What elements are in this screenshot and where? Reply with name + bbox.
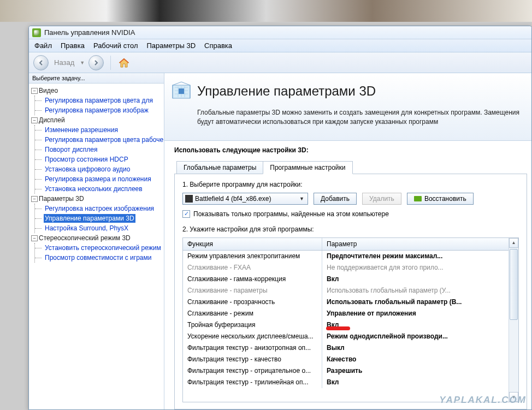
tree-resolution[interactable]: Изменение разрешения <box>44 126 119 134</box>
tree-stereo[interactable]: Стереоскопический режим 3D <box>39 233 131 243</box>
table-row[interactable]: Режим управления электропитаниемПредпочт… <box>183 251 509 262</box>
checkbox-label: Показывать только программы, найденные н… <box>193 210 389 218</box>
main-panel: Управление параметрами 3D Глобальные пар… <box>164 73 531 409</box>
table-row[interactable]: Фильтрация текстур - трилинейная оп...Вк… <box>183 377 509 388</box>
toolbar: Назад ▼ <box>29 52 531 73</box>
cell-function: Режим управления электропитанием <box>183 251 322 262</box>
chevron-down-icon: ▼ <box>298 196 305 201</box>
cell-parameter: Использовать глобальный параметр (В... <box>322 296 509 308</box>
tree-size-pos[interactable]: Регулировка размера и положения <box>44 175 152 183</box>
tree-rotate[interactable]: Поворот дисплея <box>44 145 99 154</box>
cell-function: Фильтрация текстур - отрицательное о... <box>183 365 322 377</box>
content-row: Выберите задачу... −Видео Регулировка па… <box>29 73 531 409</box>
tree-video-image[interactable]: Регулировка параметров изображ <box>44 106 150 115</box>
collapse-icon[interactable]: − <box>31 196 38 202</box>
back-button[interactable] <box>33 55 49 70</box>
cell-parameter: Выкл <box>322 342 509 354</box>
back-dropdown-icon[interactable]: ▼ <box>80 60 85 66</box>
nvidia-chip-icon <box>414 196 422 201</box>
tree-surround-physx[interactable]: Настройка Surround, PhysX <box>44 224 129 233</box>
remove-button: Удалить <box>362 193 401 205</box>
tabs: Глобальные параметры Программные настрой… <box>176 161 527 174</box>
table-row[interactable]: Фильтрация текстур - анизотропная оп...В… <box>183 342 509 354</box>
tree-hdcp[interactable]: Просмотр состояния HDCP <box>44 155 129 164</box>
table-row[interactable]: Фильтрация текстур - качествоКачество <box>183 354 509 365</box>
tree-audio[interactable]: Установка цифрового аудио <box>44 165 131 174</box>
table-row[interactable]: Сглаживание - гамма-коррекцияВкл <box>183 274 509 285</box>
cell-function: Сглаживание - прозрачность <box>183 296 322 308</box>
bf4-icon <box>185 195 193 203</box>
step2-label: 2. Укажите настройки для этой программы: <box>182 225 519 233</box>
collapse-icon[interactable]: − <box>31 235 38 241</box>
table-row[interactable]: Сглаживание - FXAAНе поддерживается для … <box>183 262 509 274</box>
tree-stereo-set[interactable]: Установить стереоскопический режим <box>44 243 162 252</box>
cell-parameter: Вкл <box>322 274 509 285</box>
col-parameter[interactable]: Параметр <box>322 238 509 250</box>
home-icon[interactable] <box>117 57 131 69</box>
menu-desktop[interactable]: Рабочий стол <box>93 41 138 50</box>
scroll-thumb[interactable] <box>510 249 518 320</box>
background-strip <box>0 0 532 22</box>
checkbox-show-only-found[interactable]: ✓ <box>182 210 190 218</box>
cell-parameter: Не поддерживается для этого прило... <box>322 262 509 274</box>
cell-parameter: Вкл <box>322 319 509 331</box>
menu-file[interactable]: Файл <box>34 41 52 50</box>
program-select-text: Battlefield 4 (bf4_x86.exe) <box>195 195 296 203</box>
table-row[interactable]: Сглаживание - параметрыИспользовать глоб… <box>183 285 509 296</box>
tree-video[interactable]: Видео <box>39 86 58 96</box>
cell-parameter: Разрешить <box>322 365 509 377</box>
collapse-icon[interactable]: − <box>31 117 38 123</box>
tree-multi-display[interactable]: Установка нескольких дисплеев <box>44 185 144 193</box>
tab-global[interactable]: Глобальные параметры <box>176 161 263 174</box>
back-label: Назад <box>54 58 74 67</box>
cell-parameter: Качество <box>322 354 509 365</box>
titlebar[interactable]: Панель управления NVIDIA <box>29 26 531 39</box>
highlight-mark <box>326 326 350 330</box>
nvidia-control-panel-window: Панель управления NVIDIA Файл Правка Раб… <box>28 26 532 410</box>
menu-help[interactable]: Справка <box>204 41 232 50</box>
cell-function: Тройная буферизация <box>183 319 322 331</box>
tree-desktop-color[interactable]: Регулировка параметров цвета рабочего <box>44 135 164 144</box>
col-function[interactable]: Функция <box>183 238 322 250</box>
cell-function: Сглаживание - гамма-коррекция <box>183 274 322 285</box>
cell-function: Фильтрация текстур - анизотропная оп... <box>183 342 322 354</box>
settings-grid: Функция Параметр Режим управления электр… <box>182 237 519 402</box>
restore-button[interactable]: Восстановить <box>407 193 474 205</box>
cell-function: Сглаживание - параметры <box>183 285 322 296</box>
menu-3d-params[interactable]: Параметры 3D <box>147 41 196 50</box>
table-row[interactable]: Фильтрация текстур - отрицательное о...Р… <box>183 365 509 377</box>
table-row[interactable]: Сглаживание - режимУправление от приложе… <box>183 308 509 319</box>
toolbar-divider <box>110 56 111 70</box>
window-title: Панель управления NVIDIA <box>44 28 135 37</box>
scroll-up-icon[interactable]: ▲ <box>509 238 518 248</box>
tab-program[interactable]: Программные настройки <box>263 161 352 174</box>
page-description: Глобальные параметры 3D можно заменить и… <box>171 108 525 127</box>
section-heading: Использовать следующие настройки 3D: <box>174 146 527 154</box>
cell-function: Фильтрация текстур - трилинейная оп... <box>183 377 322 388</box>
menubar: Файл Правка Рабочий стол Параметры 3D Сп… <box>29 39 531 52</box>
tree-game-compat[interactable]: Просмотр совместимости с играми <box>44 253 152 262</box>
cell-parameter: Предпочтителен режим максимал... <box>322 251 509 262</box>
table-row[interactable]: Ускорение нескольких дисплеев/смеша...Ре… <box>183 331 509 342</box>
page-3d-icon <box>171 81 192 102</box>
sidebar: Выберите задачу... −Видео Регулировка па… <box>29 73 164 409</box>
scrollbar[interactable]: ▲ ▼ <box>509 238 518 402</box>
program-select[interactable]: Battlefield 4 (bf4_x86.exe) ▼ <box>182 193 308 205</box>
grid-header: Функция Параметр <box>183 238 509 251</box>
tree-3d-params[interactable]: Параметры 3D <box>39 194 84 204</box>
tree-video-color[interactable]: Регулировка параметров цвета для <box>44 96 154 105</box>
table-row[interactable]: Сглаживание - прозрачностьИспользовать г… <box>183 296 509 308</box>
checkbox-row[interactable]: ✓ Показывать только программы, найденные… <box>182 210 519 218</box>
task-tree: −Видео Регулировка параметров цвета для … <box>29 84 164 409</box>
cell-function: Ускорение нескольких дисплеев/смеша... <box>183 331 322 342</box>
cell-function: Сглаживание - FXAA <box>183 262 322 274</box>
collapse-icon[interactable]: − <box>31 88 38 94</box>
cell-parameter: Режим однодисплейной производи... <box>322 331 509 342</box>
cell-parameter: Вкл <box>322 377 509 388</box>
tree-display[interactable]: Дисплей <box>39 115 65 125</box>
tree-manage-3d[interactable]: Управление параметрами 3D <box>44 214 135 223</box>
menu-edit[interactable]: Правка <box>61 41 85 50</box>
tree-image-settings[interactable]: Регулировка настроек изображения <box>44 204 155 213</box>
forward-button[interactable] <box>88 55 104 70</box>
add-button[interactable]: Добавить <box>314 193 357 205</box>
